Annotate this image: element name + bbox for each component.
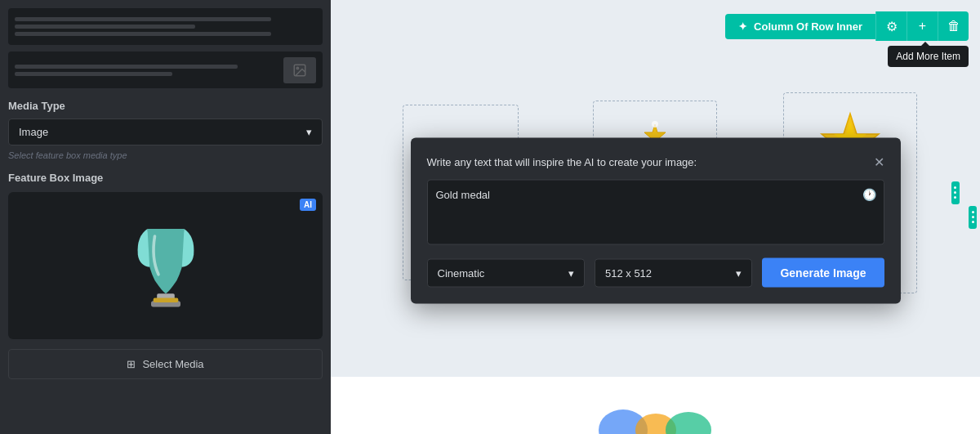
ai-prompt-input[interactable]: Gold medal: [427, 180, 884, 245]
move-icon: ✦: [738, 20, 747, 33]
column-label-text: Column Of Row Inner: [754, 20, 862, 33]
style-dropdown[interactable]: Cinematic ▾: [427, 258, 585, 287]
canvas-toolbar: ✦ Column Of Row Inner ⚙ + 🗑: [725, 11, 969, 41]
feature-box-label: Feature Box Image: [8, 172, 323, 184]
svg-point-13: [652, 121, 658, 128]
canvas-bottom-strip: [331, 377, 980, 434]
generate-image-button[interactable]: Generate Image: [762, 258, 884, 288]
add-more-tooltip: Add More Item: [888, 46, 969, 67]
svg-point-1: [296, 67, 298, 69]
image-preview: AI: [8, 192, 323, 339]
right-edge-drag[interactable]: [969, 206, 977, 229]
teal-trophy-preview: [129, 213, 203, 319]
size-selected: 512 x 512: [605, 266, 652, 279]
size-chevron: ▾: [736, 266, 742, 279]
settings-button[interactable]: ⚙: [875, 11, 906, 41]
size-dropdown[interactable]: 512 x 512 ▾: [595, 258, 752, 287]
media-type-value: Image: [19, 126, 48, 138]
history-icon: 🕐: [862, 188, 876, 201]
template-thumb-1[interactable]: [8, 8, 323, 45]
bottom-illustration: [590, 377, 721, 434]
ai-badge: AI: [300, 199, 316, 211]
style-chevron: ▾: [568, 266, 574, 279]
ai-dialog: Write any text that will inspire the AI …: [411, 138, 901, 304]
select-media-label: Select Media: [142, 358, 203, 370]
delete-button[interactable]: 🗑: [938, 11, 969, 41]
ai-dialog-title: Write any text that will inspire the AI …: [427, 156, 697, 168]
template-thumbs: [8, 8, 323, 88]
ai-controls-row: Cinematic ▾ 512 x 512 ▾ Generate Image: [427, 258, 884, 288]
style-selected: Cinematic: [438, 266, 485, 279]
ai-dialog-header: Write any text that will inspire the AI …: [427, 154, 884, 170]
media-icon: ⊞: [127, 358, 136, 370]
select-media-button[interactable]: ⊞ Select Media: [8, 349, 323, 379]
svg-point-22: [666, 412, 711, 434]
add-item-button[interactable]: +: [906, 11, 938, 41]
template-thumb-2[interactable]: [8, 51, 323, 88]
generate-btn-label: Generate Image: [780, 266, 866, 280]
svg-rect-4: [153, 298, 178, 302]
sidebar: Media Type Image ▾ Select feature box me…: [0, 0, 331, 434]
media-type-hint: Select feature box media type: [8, 150, 323, 160]
ai-dialog-close-button[interactable]: ✕: [874, 154, 884, 170]
media-type-dropdown[interactable]: Image ▾: [8, 119, 323, 145]
column-label: ✦ Column Of Row Inner: [725, 14, 875, 39]
tooltip-text: Add More Item: [896, 51, 960, 62]
media-type-label: Media Type: [8, 100, 323, 112]
canvas-area: ✦ Column Of Row Inner ⚙ + 🗑 Add More Ite…: [331, 0, 980, 434]
drag-handle-3[interactable]: [951, 181, 960, 204]
ai-textarea-wrapper: Gold medal 🕐: [427, 180, 884, 248]
chevron-down-icon: ▾: [306, 126, 312, 138]
